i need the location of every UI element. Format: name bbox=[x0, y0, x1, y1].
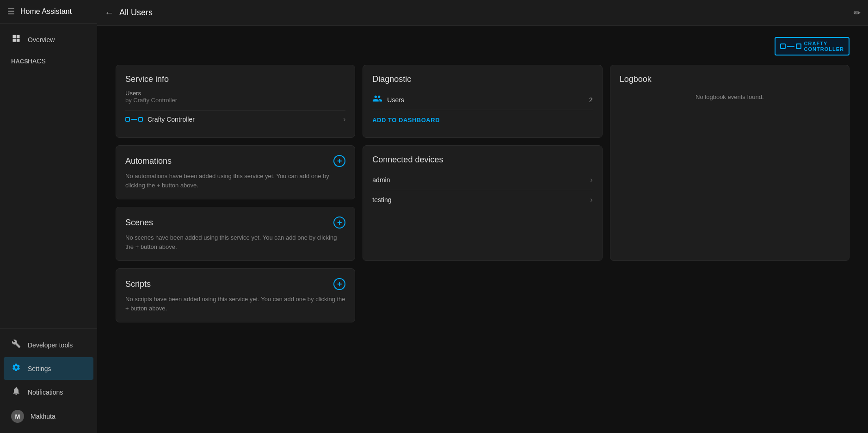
service-info-users: Users bbox=[125, 90, 345, 97]
sidebar-item-settings-label: Settings bbox=[28, 365, 51, 372]
diagnostic-users-count: 2 bbox=[589, 96, 593, 104]
mini-block-left bbox=[125, 117, 130, 122]
sidebar-item-notifications[interactable]: Notifications bbox=[4, 381, 93, 403]
sidebar: ☰ Home Assistant Overview HACS HACS Deve… bbox=[0, 0, 97, 433]
card-link-text: Crafty Controller bbox=[148, 116, 195, 123]
overview-icon bbox=[11, 34, 21, 45]
device-row-testing[interactable]: testing › bbox=[372, 190, 592, 210]
content-grid: Service info Users by Crafty Controller … bbox=[116, 65, 850, 322]
automations-card: Automations + No automations have been a… bbox=[116, 145, 355, 199]
sidebar-nav: Overview HACS HACS bbox=[0, 24, 97, 328]
sidebar-item-notifications-label: Notifications bbox=[28, 389, 63, 396]
device-chevron-testing: › bbox=[590, 196, 592, 204]
device-name-admin: admin bbox=[372, 176, 390, 184]
logbook-card: Logbook No logbook events found. bbox=[610, 65, 850, 261]
automations-empty-text: No automations have been added using thi… bbox=[125, 172, 345, 190]
crafty-mini-logo bbox=[125, 117, 143, 122]
device-chevron-admin: › bbox=[590, 176, 592, 184]
connected-devices-card: Connected devices admin › testing › bbox=[363, 145, 602, 261]
scripts-empty-text: No scripts have been added using this se… bbox=[125, 295, 345, 313]
diagnostic-users-row: Users 2 bbox=[372, 90, 592, 110]
edit-icon[interactable]: ✏ bbox=[854, 8, 861, 18]
add-to-dashboard-button[interactable]: ADD TO DASHBOARD bbox=[372, 117, 440, 124]
crafty-logo-icon bbox=[780, 43, 801, 49]
logbook-title: Logbook bbox=[620, 74, 840, 84]
scripts-title: Scripts bbox=[125, 279, 151, 289]
wrench-icon bbox=[11, 339, 21, 351]
crafty-chain bbox=[787, 46, 794, 47]
scenes-empty-text: No scenes have been added using this ser… bbox=[125, 233, 345, 251]
sidebar-item-settings[interactable]: Settings bbox=[4, 357, 93, 380]
chevron-right-icon: › bbox=[343, 115, 345, 124]
app-title: Home Assistant bbox=[20, 7, 72, 16]
content: CRAFTYCONTROLLER Service info Users by C… bbox=[97, 26, 868, 433]
diagnostic-title: Diagnostic bbox=[372, 74, 592, 84]
sidebar-header: ☰ Home Assistant bbox=[0, 0, 97, 24]
scenes-header: Scenes + bbox=[125, 216, 345, 229]
page-title: All Users bbox=[119, 8, 848, 18]
connected-devices-title: Connected devices bbox=[372, 155, 592, 165]
avatar-initials: M bbox=[15, 413, 20, 420]
diagnostic-row-left: Users bbox=[372, 93, 404, 106]
crafty-logo[interactable]: CRAFTYCONTROLLER bbox=[775, 37, 850, 56]
service-info-by: by Crafty Controller bbox=[125, 97, 345, 104]
users-icon bbox=[372, 93, 382, 106]
sidebar-item-developer-tools[interactable]: Developer tools bbox=[4, 334, 93, 356]
back-button[interactable]: ← bbox=[105, 7, 114, 18]
add-automation-button[interactable]: + bbox=[333, 155, 345, 167]
hamburger-icon[interactable]: ☰ bbox=[7, 6, 15, 17]
gear-icon bbox=[11, 363, 21, 374]
scenes-title: Scenes bbox=[125, 218, 153, 228]
avatar: M bbox=[11, 410, 24, 423]
sidebar-bottom: Developer tools Settings Notifications M… bbox=[0, 328, 97, 433]
sidebar-item-hacs-label: HACS bbox=[28, 57, 46, 65]
sidebar-item-hacs[interactable]: HACS HACS bbox=[4, 52, 93, 70]
sidebar-item-overview-label: Overview bbox=[28, 36, 55, 43]
sidebar-item-user-label: Makhuta bbox=[31, 413, 55, 420]
crafty-block-right bbox=[796, 43, 801, 49]
automations-header: Automations + bbox=[125, 155, 345, 167]
mini-block-right bbox=[138, 117, 143, 122]
crafty-controller-link[interactable]: Crafty Controller › bbox=[125, 110, 345, 128]
main: ← All Users ✏ CRAFTYCONTROLLER Service i… bbox=[97, 0, 868, 433]
sidebar-item-overview[interactable]: Overview bbox=[4, 28, 93, 51]
crafty-logo-container: CRAFTYCONTROLLER bbox=[116, 37, 850, 56]
scripts-header: Scripts + bbox=[125, 278, 345, 290]
bell-icon bbox=[11, 386, 21, 398]
add-scene-button[interactable]: + bbox=[333, 216, 345, 229]
add-script-button[interactable]: + bbox=[333, 278, 345, 290]
crafty-block-left bbox=[780, 43, 786, 49]
hacs-icon: HACS bbox=[11, 58, 21, 65]
diagnostic-card: Diagnostic Users 2 ADD TO DASHBOARD bbox=[363, 65, 602, 138]
crafty-logo-text: CRAFTYCONTROLLER bbox=[804, 41, 844, 52]
topbar: ← All Users ✏ bbox=[97, 0, 868, 26]
automations-title: Automations bbox=[125, 156, 172, 166]
diagnostic-users-label: Users bbox=[387, 96, 404, 104]
logbook-empty-text: No logbook events found. bbox=[620, 93, 840, 100]
service-info-card: Service info Users by Crafty Controller … bbox=[116, 65, 355, 138]
sidebar-item-user[interactable]: M Makhuta bbox=[4, 404, 93, 428]
card-link-left: Crafty Controller bbox=[125, 116, 195, 123]
service-info-title: Service info bbox=[125, 74, 345, 84]
sidebar-item-developer-tools-label: Developer tools bbox=[28, 341, 73, 349]
device-row-admin[interactable]: admin › bbox=[372, 170, 592, 190]
mini-chain bbox=[131, 119, 137, 120]
scenes-card: Scenes + No scenes have been added using… bbox=[116, 207, 355, 261]
scripts-card: Scripts + No scripts have been added usi… bbox=[116, 268, 355, 322]
device-name-testing: testing bbox=[372, 196, 391, 204]
